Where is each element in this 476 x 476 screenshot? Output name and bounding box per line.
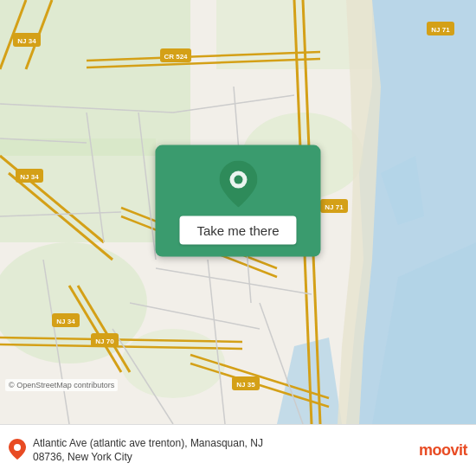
- osm-attribution: © OpenStreetMap contributors: [5, 379, 118, 391]
- map-pin-icon: [9, 439, 26, 460]
- svg-text:NJ 34: NJ 34: [56, 318, 75, 325]
- osm-text: © OpenStreetMap contributors: [9, 381, 114, 389]
- svg-point-62: [14, 444, 21, 451]
- address-display: Atlantic Ave (atlantic ave trenton), Man…: [33, 437, 412, 464]
- svg-text:NJ 71: NJ 71: [431, 26, 450, 34]
- take-me-there-button[interactable]: Take me there: [179, 216, 296, 245]
- bottom-bar: Atlantic Ave (atlantic ave trenton), Man…: [0, 424, 476, 476]
- action-card: Take me there: [155, 145, 320, 257]
- button-overlay: Take me there: [155, 145, 320, 257]
- location-pin-icon: [219, 161, 257, 208]
- moovit-brand-text: moovit: [419, 441, 467, 460]
- address-line2: 08736, New York City: [33, 451, 412, 465]
- svg-text:NJ 35: NJ 35: [236, 381, 255, 389]
- location-icon-wrap: [9, 439, 26, 463]
- map-container: NJ 34 NJ 34 NJ 34 NJ 71 NJ 71 CR 524 NJ …: [0, 0, 476, 424]
- svg-text:CR 524: CR 524: [164, 53, 188, 61]
- svg-text:NJ 71: NJ 71: [325, 203, 344, 211]
- moovit-logo: moovit: [419, 441, 467, 460]
- svg-rect-5: [0, 0, 190, 156]
- svg-text:NJ 34: NJ 34: [20, 173, 39, 181]
- svg-point-61: [234, 176, 242, 184]
- svg-text:NJ 34: NJ 34: [17, 37, 36, 45]
- svg-rect-6: [0, 138, 156, 242]
- svg-text:NJ 70: NJ 70: [95, 338, 114, 345]
- address-line1: Atlantic Ave (atlantic ave trenton), Man…: [33, 437, 412, 451]
